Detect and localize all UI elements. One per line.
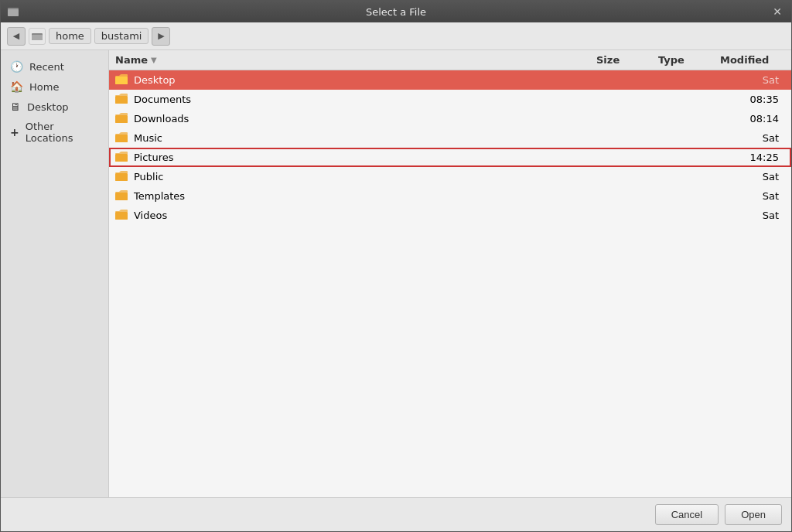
svg-rect-9 — [115, 116, 128, 123]
close-button[interactable]: ✕ — [770, 4, 785, 19]
file-modified-pictures: 14:25 — [708, 152, 785, 163]
file-row-public[interactable]: Public Sat — [109, 167, 791, 186]
file-label-templates: Templates — [134, 190, 185, 202]
col-header-modified[interactable]: Modified — [714, 50, 791, 70]
file-label-music: Music — [134, 132, 162, 144]
folder-icon-public — [115, 170, 128, 182]
back-button[interactable]: ◀ — [7, 27, 26, 46]
open-button[interactable]: Open — [725, 504, 782, 525]
svg-rect-13 — [115, 155, 128, 162]
file-header: Name ▼ Size Type Modified — [109, 50, 791, 70]
sidebar-item-other-locations[interactable]: + Other Locations — [1, 117, 108, 148]
file-label-pictures: Pictures — [134, 152, 173, 163]
folder-icon — [115, 171, 128, 182]
home-icon: 🏠 — [10, 80, 23, 93]
file-modified-templates: Sat — [708, 190, 785, 202]
col-header-name[interactable]: Name ▼ — [109, 50, 590, 70]
folder-icon-pictures — [115, 151, 128, 163]
sidebar-item-desktop[interactable]: 🖥 Desktop — [1, 97, 108, 117]
file-row-music[interactable]: Music Sat — [109, 128, 791, 148]
file-row-pictures[interactable]: Pictures 14:25 — [109, 148, 791, 167]
folder-icon — [115, 132, 128, 143]
dialog-title: Select a File — [22, 6, 770, 18]
svg-rect-5 — [115, 77, 128, 84]
svg-rect-7 — [115, 97, 128, 104]
folder-icon-templates — [115, 189, 128, 202]
svg-rect-3 — [32, 35, 43, 40]
file-name-videos: Videos — [115, 209, 584, 221]
col-header-size[interactable]: Size — [590, 50, 652, 70]
file-row-desktop[interactable]: Desktop Sat — [109, 70, 791, 90]
footer: Cancel Open — [1, 497, 791, 531]
svg-rect-19 — [115, 213, 128, 220]
svg-rect-17 — [115, 193, 128, 200]
file-name-templates: Templates — [115, 189, 584, 202]
folder-icon-downloads — [115, 112, 128, 124]
sort-arrow-icon: ▼ — [151, 56, 157, 64]
file-list: Desktop Sat Documents 08:35 Download — [109, 70, 791, 497]
file-modified-music: Sat — [708, 132, 785, 144]
file-pane: Name ▼ Size Type Modified — [109, 50, 791, 497]
file-name-desktop: Desktop — [115, 73, 584, 86]
file-modified-videos: Sat — [708, 210, 785, 221]
file-modified-public: Sat — [708, 171, 785, 182]
file-label-public: Public — [134, 171, 163, 182]
main-area: 🕐 Recent 🏠 Home 🖥 Desktop + Other Locati… — [1, 50, 791, 497]
folder-icon-desktop — [115, 73, 128, 86]
svg-rect-11 — [115, 135, 128, 142]
file-label-desktop: Desktop — [134, 74, 176, 86]
sidebar-item-label-other-locations: Other Locations — [26, 121, 99, 144]
sidebar-item-recent[interactable]: 🕐 Recent — [1, 56, 108, 77]
recent-icon: 🕐 — [10, 60, 23, 73]
file-label-videos: Videos — [134, 210, 167, 221]
folder-icon — [115, 152, 128, 162]
folder-icon — [115, 210, 128, 220]
app-icon — [7, 5, 19, 18]
file-name-downloads: Downloads — [115, 112, 584, 124]
svg-rect-1 — [8, 9, 19, 16]
sidebar: 🕐 Recent 🏠 Home 🖥 Desktop + Other Locati… — [1, 50, 109, 497]
sidebar-item-label-desktop: Desktop — [27, 101, 69, 113]
file-modified-desktop: Sat — [708, 74, 785, 86]
other-locations-icon: + — [10, 126, 19, 138]
folder-icon-videos — [115, 209, 128, 221]
forward-button[interactable]: ▶ — [152, 27, 170, 46]
folder-location-icon — [32, 31, 43, 42]
desktop-icon: 🖥 — [10, 101, 21, 113]
breadcrumb-bustami[interactable]: bustami — [94, 28, 149, 44]
folder-icon — [115, 190, 128, 201]
folder-icon — [115, 113, 128, 124]
sidebar-item-label-home: Home — [29, 81, 59, 93]
cancel-button[interactable]: Cancel — [655, 504, 719, 525]
location-icon — [29, 28, 46, 45]
breadcrumb-home[interactable]: home — [49, 28, 91, 44]
file-row-downloads[interactable]: Downloads 08:14 — [109, 109, 791, 128]
toolbar: ◀ home bustami ▶ — [1, 22, 791, 50]
folder-icon — [115, 74, 128, 85]
svg-rect-15 — [115, 174, 128, 181]
dialog: Select a File ✕ ◀ home bustami ▶ 🕐 Recen… — [0, 0, 792, 532]
folder-icon — [115, 94, 128, 104]
file-modified-downloads: 08:14 — [708, 113, 785, 124]
file-label-documents: Documents — [134, 94, 191, 105]
file-name-pictures: Pictures — [115, 151, 584, 163]
file-row-templates[interactable]: Templates Sat — [109, 186, 791, 206]
sidebar-item-home[interactable]: 🏠 Home — [1, 77, 108, 97]
file-row-videos[interactable]: Videos Sat — [109, 206, 791, 225]
file-name-documents: Documents — [115, 93, 584, 105]
folder-icon-documents — [115, 93, 128, 105]
titlebar-left — [7, 5, 22, 18]
file-modified-documents: 08:35 — [708, 94, 785, 105]
file-row-documents[interactable]: Documents 08:35 — [109, 90, 791, 109]
file-name-public: Public — [115, 170, 584, 182]
folder-icon-music — [115, 131, 128, 144]
file-name-music: Music — [115, 131, 584, 144]
file-label-downloads: Downloads — [134, 113, 189, 124]
sidebar-item-label-recent: Recent — [29, 61, 64, 73]
col-header-type[interactable]: Type — [652, 50, 714, 70]
titlebar: Select a File ✕ — [1, 1, 791, 22]
